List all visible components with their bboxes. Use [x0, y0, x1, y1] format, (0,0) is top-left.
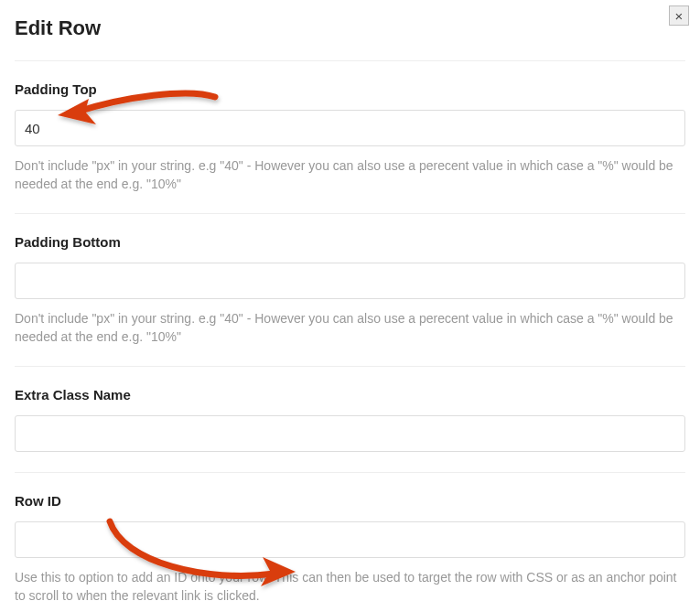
row-id-help: Use this to option to add an ID onto you…: [15, 569, 685, 601]
extra-class-label: Extra Class Name: [15, 387, 685, 402]
extra-class-input[interactable]: [15, 415, 685, 452]
field-padding-top: Padding Top Don't include "px" in your s…: [15, 60, 685, 199]
field-extra-class: Extra Class Name: [15, 366, 685, 457]
dialog-title: Edit Row: [15, 16, 685, 40]
row-id-input[interactable]: [15, 521, 685, 558]
close-button[interactable]: ×: [669, 5, 689, 26]
field-padding-bottom: Padding Bottom Don't include "px" in you…: [15, 213, 685, 351]
dialog-header: Edit Row ×: [0, 0, 700, 46]
field-row-id: Row ID Use this to option to add an ID o…: [15, 472, 685, 601]
padding-bottom-input[interactable]: [15, 263, 685, 299]
padding-top-input[interactable]: [15, 110, 685, 146]
padding-bottom-help: Don't include "px" in your string. e.g "…: [15, 310, 685, 346]
dialog-body: Padding Top Don't include "px" in your s…: [0, 60, 700, 601]
padding-top-label: Padding Top: [15, 81, 685, 97]
padding-top-help: Don't include "px" in your string. e.g "…: [15, 157, 685, 193]
padding-bottom-label: Padding Bottom: [15, 234, 685, 250]
row-id-label: Row ID: [15, 493, 685, 509]
